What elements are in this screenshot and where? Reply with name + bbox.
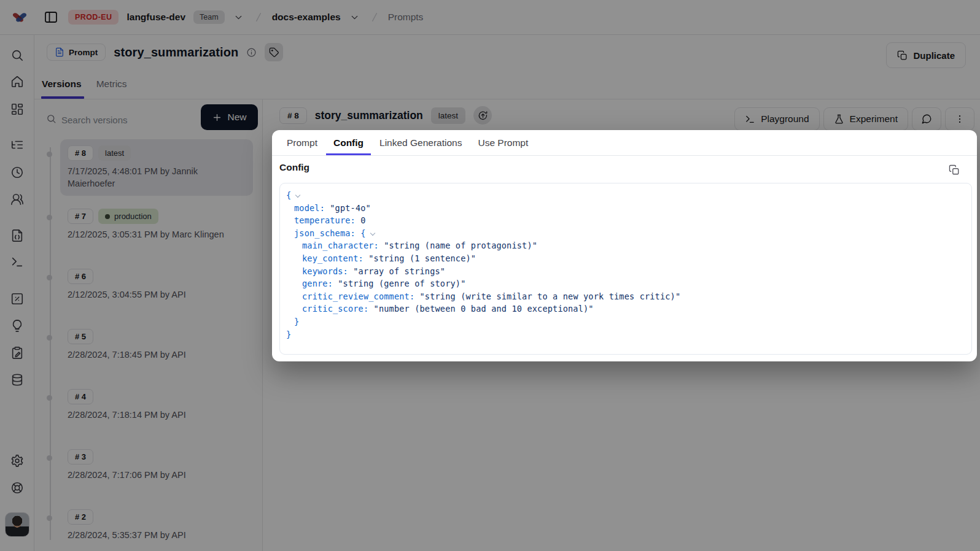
app-window: PROD-EU langfuse-dev Team docs-examples … (0, 0, 980, 551)
code-key: } (294, 317, 299, 326)
fold-chevron-icon[interactable] (295, 193, 300, 198)
code-line: keywords: "array of strings" (286, 265, 965, 278)
fold-chevron-icon[interactable] (370, 231, 375, 236)
code-line: json_schema: { (286, 227, 965, 240)
code-line: temperature: 0 (286, 214, 965, 227)
code-key: critic_score: (302, 304, 368, 314)
copy-config-button[interactable] (946, 162, 962, 178)
code-key: genre: (302, 279, 333, 288)
code-key: critic_review_comment: (302, 291, 414, 301)
code-value: "number (between 0 bad and 10 exceptiona… (368, 304, 593, 314)
code-key: key_content: (302, 253, 364, 263)
config-json-viewer[interactable]: {model: "gpt-4o"temperature: 0json_schem… (279, 183, 972, 355)
code-key: model: (294, 203, 325, 213)
code-line: main_character: "string (name of protago… (286, 239, 965, 252)
code-value: "gpt-4o" (325, 203, 371, 213)
code-line: genre: "string (genre of story)" (286, 277, 965, 290)
detail-tab-config[interactable]: Config (326, 130, 371, 155)
code-value: "string (genre of story)" (333, 279, 466, 288)
config-card: PromptConfigLinked GenerationsUse Prompt… (272, 130, 977, 361)
code-value: "string (name of protagonist)" (379, 241, 537, 250)
code-line: { (286, 189, 965, 202)
code-line: key_content: "string (1 sentence)" (286, 252, 965, 265)
code-key: } (286, 329, 291, 339)
code-key: main_character: (302, 241, 379, 250)
copy-icon (949, 164, 960, 175)
detail-tabs: PromptConfigLinked GenerationsUse Prompt (272, 130, 977, 156)
code-line: model: "gpt-4o" (286, 202, 965, 215)
detail-tab-use-prompt[interactable]: Use Prompt (470, 130, 535, 155)
code-value: "string (1 sentence)" (364, 253, 476, 263)
detail-tab-prompt[interactable]: Prompt (279, 130, 325, 155)
code-key: { (286, 190, 291, 200)
code-key: keywords: (302, 266, 348, 276)
code-value: 0 (356, 215, 366, 225)
detail-tab-linked-generations[interactable]: Linked Generations (372, 130, 469, 155)
code-line: } (286, 315, 965, 328)
code-value: "array of strings" (348, 266, 445, 276)
config-section-title: Config (279, 162, 309, 173)
code-key: json_schema: { (294, 228, 366, 238)
code-line: critic_review_comment: "string (write si… (286, 290, 965, 303)
code-key: temperature: (294, 215, 356, 225)
code-line: } (286, 328, 965, 341)
code-line: critic_score: "number (between 0 bad and… (286, 302, 965, 315)
code-value: "string (write similar to a new york tim… (414, 291, 680, 301)
